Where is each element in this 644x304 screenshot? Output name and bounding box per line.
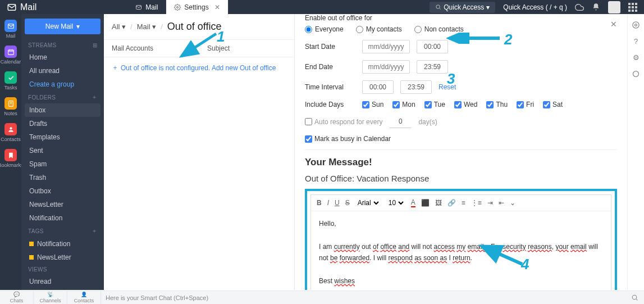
end-date-input[interactable] [362, 60, 410, 74]
text-color-icon[interactable]: A [411, 198, 415, 207]
mail-tab-icon [135, 4, 142, 11]
radio-non-contacts[interactable]: Non contacts [414, 25, 464, 33]
rail-notes[interactable]: Notes [2, 95, 20, 119]
link-icon[interactable]: 🔗 [447, 199, 456, 207]
tag-color-icon [29, 242, 34, 246]
close-tab-icon[interactable]: ✕ [214, 3, 220, 11]
interval-to-input[interactable] [400, 80, 432, 94]
sidebar-tag-newsletter[interactable]: NewsLetter [25, 251, 101, 264]
outdent-icon[interactable]: ⇤ [499, 199, 504, 207]
gear-icon[interactable] [632, 21, 640, 29]
bottom-channels[interactable]: 📡Channels [34, 291, 67, 304]
bottom-chats[interactable]: 💬Chats [0, 291, 34, 304]
avatar[interactable] [608, 1, 620, 13]
folders-header: FOLDERS＋ [25, 91, 101, 103]
tasks-app-icon [4, 71, 17, 84]
day-mon[interactable]: Mon [392, 101, 415, 108]
add-stream-icon[interactable]: ⊞ [93, 42, 97, 48]
rail-tasks[interactable]: Tasks [2, 69, 20, 93]
add-folder-icon[interactable]: ＋ [92, 93, 97, 101]
reset-link[interactable]: Reset [439, 83, 456, 91]
sidebar-tag-notification[interactable]: Notification [25, 237, 101, 251]
list-header: Mail Accounts Subject [104, 39, 294, 57]
rail-bookmarks[interactable]: Bookmarks [2, 147, 20, 170]
highlight-icon[interactable]: ⬛ [421, 199, 430, 207]
radio-my-contacts[interactable]: My contacts [356, 25, 402, 33]
sidebar-newsletter[interactable]: NewsLetter [25, 198, 101, 211]
scope-radio-group: Everyone My contacts Non contacts [305, 25, 617, 33]
svg-point-2 [177, 6, 179, 8]
crumb-all[interactable]: All ▾ [112, 22, 126, 31]
tab-mail-label: Mail [145, 3, 158, 11]
plus-icon: ＋ [112, 63, 118, 72]
tab-settings-label: Settings [184, 3, 208, 11]
col-mail-accounts: Mail Accounts [112, 44, 207, 52]
rail-mail[interactable]: Mail [2, 17, 20, 41]
underline-icon[interactable]: U [335, 199, 340, 207]
sidebar-drafts[interactable]: Drafts [25, 117, 101, 130]
sidebar-sent[interactable]: Sent [25, 144, 101, 157]
chevron-down-icon: ▾ [486, 3, 490, 11]
new-mail-button[interactable]: New Mail▾ [25, 19, 101, 34]
widget-icon[interactable] [632, 70, 640, 78]
font-select[interactable]: Arial [355, 198, 381, 207]
tab-settings[interactable]: Settings ✕ [166, 0, 228, 14]
svg-point-3 [436, 5, 440, 8]
add-tag-icon[interactable]: ＋ [92, 227, 97, 235]
day-fri[interactable]: Fri [517, 101, 534, 108]
align-icon[interactable]: ≡ [462, 199, 465, 207]
search-icon[interactable] [631, 294, 638, 301]
quick-access-button[interactable]: Quick Access ▾ [430, 2, 495, 13]
more-icon[interactable]: ⌄ [510, 199, 515, 207]
interval-from-input[interactable] [362, 80, 394, 94]
sidebar-spam[interactable]: Spam [25, 157, 101, 171]
tab-mail[interactable]: Mail [127, 0, 166, 14]
sidebar-view-unread[interactable]: Unread [25, 275, 101, 288]
cloud-icon[interactable] [575, 3, 584, 12]
crumb-mail[interactable]: Mail ▾ [137, 22, 156, 31]
start-date-input[interactable] [362, 40, 410, 53]
close-panel-icon[interactable]: ✕ [610, 20, 617, 29]
rail-contacts[interactable]: Contacts [2, 121, 20, 144]
day-thu[interactable]: Thu [486, 101, 508, 108]
list-icon[interactable]: ⋮≡ [471, 199, 482, 207]
body-wish: Best wishes [319, 275, 603, 287]
contacts-app-icon [4, 123, 17, 135]
start-time-input[interactable] [417, 40, 448, 53]
alert-icon[interactable]: ⚙ [633, 53, 640, 62]
sidebar-templates[interactable]: Templates [25, 130, 101, 144]
add-out-of-office-link[interactable]: ＋ Out of office is not configured. Add n… [104, 57, 294, 78]
indent-icon[interactable]: ⇥ [487, 199, 493, 207]
day-tue[interactable]: Tue [424, 101, 445, 108]
help-icon[interactable]: ? [634, 37, 638, 46]
day-sun[interactable]: Sun [362, 101, 383, 108]
image-icon[interactable]: 🖼 [435, 199, 442, 207]
editor-toolbar: B I U S Arial 10 A ⬛ 🖼 🔗 ≡ ⋮≡ ⇥ ⇤ ⌄ [311, 195, 611, 211]
strike-icon[interactable]: S [345, 199, 350, 207]
day-sat[interactable]: Sat [543, 101, 563, 108]
sidebar-outbox[interactable]: Outbox [25, 184, 101, 198]
sidebar-all-unread[interactable]: All unread [25, 64, 101, 78]
bold-icon[interactable]: B [317, 199, 322, 207]
list-column: All ▾/ Mail ▾/ Out of office Mail Accoun… [104, 14, 295, 290]
auto-respond-check[interactable]: Auto respond for every [305, 118, 382, 126]
sidebar-trash[interactable]: Trash [25, 171, 101, 184]
auto-respond-days-input[interactable] [389, 115, 412, 128]
radio-everyone[interactable]: Everyone [305, 25, 344, 33]
sidebar-inbox[interactable]: Inbox [25, 103, 101, 117]
rail-calendar[interactable]: Calendar [2, 43, 20, 67]
italic-icon[interactable]: I [327, 199, 329, 207]
app-grid-icon[interactable] [628, 3, 637, 12]
body-main: I am currently out of office and will no… [319, 241, 603, 264]
sidebar-home[interactable]: Home [25, 51, 101, 64]
mark-busy-check[interactable]: Mark as busy in Calendar [305, 135, 391, 143]
sidebar-create-group[interactable]: Create a group [25, 78, 101, 91]
mail-app-icon [4, 20, 17, 32]
day-wed[interactable]: Wed [454, 101, 477, 108]
editor-body[interactable]: Hello, I am currently out of office and … [311, 211, 611, 290]
sidebar-notification[interactable]: Notification [25, 211, 101, 225]
size-select[interactable]: 10 [386, 198, 405, 207]
bell-icon[interactable] [592, 3, 600, 11]
end-time-input[interactable] [417, 60, 448, 74]
bottom-contacts[interactable]: 👤Contacts [67, 291, 101, 304]
